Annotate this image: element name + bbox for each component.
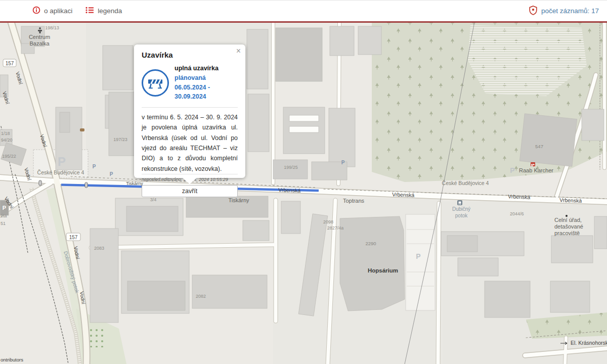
place-label-hopsarium: Hopsárium xyxy=(368,267,398,274)
last-edited: naposled editováno: 27. 04. 2024 10:55:2… xyxy=(142,174,238,182)
company-label: Toptrans xyxy=(343,198,365,204)
company-label: Raab Karcher xyxy=(519,167,553,173)
street-label-vrbenska: Vrbenská xyxy=(508,193,531,200)
partial-label: 51 xyxy=(1,221,6,226)
street-label-vrbenska: Vrbenská xyxy=(278,187,301,194)
plot-number-label: 2290 xyxy=(365,241,376,246)
plot-number-label: 198/13 xyxy=(45,25,59,30)
building xyxy=(126,206,178,232)
records-label: počet záznamů: 17 xyxy=(541,7,599,15)
building xyxy=(281,201,300,234)
parking-icon: P xyxy=(341,160,345,165)
legend-label: legenda xyxy=(98,7,122,15)
building xyxy=(447,236,478,252)
stream-label: potok xyxy=(455,213,468,218)
parking-icon: P xyxy=(110,171,113,177)
close-icon[interactable]: × xyxy=(236,47,241,55)
about-label: o aplikaci xyxy=(44,7,72,15)
building xyxy=(485,281,530,317)
road-ref: 157 xyxy=(6,61,14,66)
building xyxy=(458,258,498,276)
street-label-vrbenska: Vrbenská xyxy=(559,197,582,204)
street-label: Tiskárny xyxy=(126,181,143,186)
building xyxy=(330,26,354,56)
plot-number-label: 2044/6 xyxy=(510,211,524,216)
parking-icon: P xyxy=(3,205,6,211)
plot-number-label: 2082 xyxy=(196,294,206,299)
bus-stop-icon xyxy=(457,200,462,205)
records-counter: počet záznamů: 17 xyxy=(529,6,599,17)
building xyxy=(192,275,267,308)
building xyxy=(248,94,269,152)
plot-number-label: 195/22 xyxy=(2,154,16,159)
map-svg: 157 157 198/13 Centrum Bazalka Vodní Vod… xyxy=(0,22,607,364)
shop-icon xyxy=(531,162,535,166)
parking-icon: P xyxy=(416,252,420,260)
parking-lot xyxy=(406,214,435,310)
plot-number-label: 3/4 xyxy=(150,197,157,202)
parking-icon: P xyxy=(510,166,514,174)
office-label: Celní úřad, xyxy=(554,217,582,223)
plot-number-label: 1/18 xyxy=(1,131,10,136)
building xyxy=(243,220,269,241)
parking-icon: P xyxy=(93,164,96,169)
building xyxy=(594,216,607,249)
stream-label: Dubičný xyxy=(452,206,470,212)
place-label: Centrum xyxy=(29,34,50,40)
building-hopsarium xyxy=(340,216,405,311)
road-ref: 157 xyxy=(69,235,78,240)
street-label: El. Krásnohorské xyxy=(571,340,607,346)
about-button[interactable]: o aplikaci xyxy=(32,6,72,16)
app-header: o aplikaci legenda počet záznamů: 17 xyxy=(0,0,607,23)
building xyxy=(127,281,185,310)
building xyxy=(186,196,268,217)
plot-number-label: 2827/4a xyxy=(327,225,344,231)
poi-icon xyxy=(80,128,84,131)
building-courtyard xyxy=(289,115,319,121)
plot-number-label: 199/25 xyxy=(284,165,298,170)
plot-number-label: 547 xyxy=(535,144,543,149)
map-canvas[interactable]: 157 157 198/13 Centrum Bazalka Vodní Vod… xyxy=(0,22,607,364)
closure-dates: 06.05.2024 - 30.09.2024 xyxy=(175,83,238,102)
building xyxy=(582,109,604,141)
building xyxy=(90,229,118,323)
close-button[interactable]: zavřít xyxy=(142,185,238,197)
info-icon xyxy=(32,6,40,16)
closure-barrier-icon xyxy=(142,69,169,97)
legend-list-icon xyxy=(85,7,94,15)
closure-type: uplná uzavírka xyxy=(175,64,238,73)
plot-number-label: 2098 xyxy=(323,219,333,224)
map-attribution: ontributors xyxy=(1,357,23,362)
street-label-vrbenska: Vrbenská xyxy=(392,191,415,198)
building xyxy=(60,112,70,132)
suburb-label: České Budějovice 4 xyxy=(37,169,84,175)
partial-label: éta xyxy=(1,213,7,218)
building-courtyard xyxy=(289,126,319,132)
building xyxy=(276,28,322,81)
building xyxy=(551,236,593,263)
closure-description: v termínu 6. 5. 2024 – 30. 9. 2024 je po… xyxy=(142,112,238,174)
plot-number-label: 197/23 xyxy=(113,137,127,142)
building xyxy=(519,114,577,166)
plot-number-label: 94/20 xyxy=(1,138,13,143)
office-label: detašované xyxy=(554,223,583,230)
building xyxy=(329,108,355,167)
traffic-light-icon xyxy=(85,183,88,188)
closure-status: plánovaná xyxy=(175,73,238,83)
office-label: pracoviště xyxy=(554,230,580,236)
company-label: Tiskárny xyxy=(228,197,249,203)
legend-button[interactable]: legenda xyxy=(85,7,122,15)
popup-title: Uzavírka xyxy=(142,51,238,59)
closure-popup: × Uzavírka uplná uzavírka plánovaná 06.0… xyxy=(134,44,245,178)
parking-icon: P xyxy=(58,155,66,168)
suburb-label: České Budějovice 4 xyxy=(442,180,489,186)
building xyxy=(358,26,381,55)
records-shield-icon xyxy=(529,6,537,17)
place-label: Bazalka xyxy=(29,40,50,47)
building xyxy=(550,281,590,312)
plot-number-label: 2083 xyxy=(94,246,104,251)
traffic-light-icon xyxy=(39,180,41,186)
building xyxy=(247,29,268,89)
building xyxy=(103,46,133,90)
